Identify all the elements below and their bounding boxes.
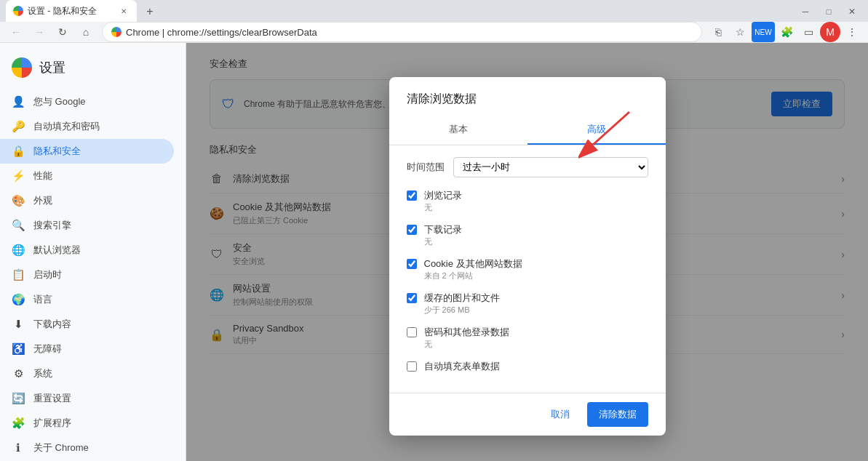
- tab-title: 设置 - 隐私和安全: [28, 5, 114, 17]
- address-bar[interactable]: Chrome | chrome://settings/clearBrowserD…: [102, 22, 702, 42]
- sidebar-label-performance: 性能: [33, 169, 52, 183]
- minimize-button[interactable]: ─: [795, 1, 816, 22]
- sidebar-item-extensions[interactable]: 🧩扩展程序: [0, 411, 174, 436]
- refresh-button[interactable]: ↻: [52, 22, 73, 42]
- dialog-title: 清除浏览数据: [389, 77, 666, 107]
- sidebar-icon-appearance: 🎨: [12, 194, 25, 207]
- checkbox-autofill[interactable]: [407, 361, 417, 372]
- dialog-tabs: 基本 高级: [389, 116, 666, 145]
- time-range-row: 时间范围 过去一小时 过去24小时 过去7天 过去4周 全部时间: [407, 157, 648, 177]
- sidebar-label-extensions: 扩展程序: [33, 417, 71, 430]
- cast-button[interactable]: ▭: [798, 22, 819, 42]
- bookmark-button[interactable]: ☆: [730, 22, 750, 42]
- sidebar-item-privacy[interactable]: 🔒隐私和安全: [0, 139, 174, 164]
- tab-advanced[interactable]: 高级: [527, 116, 666, 145]
- sidebar-item-autofill[interactable]: 🔑自动填充和密码: [0, 114, 174, 139]
- sidebar-label-appearance: 外观: [33, 194, 52, 207]
- sidebar-icon-language: 🌍: [12, 293, 25, 306]
- sidebar-item-reset[interactable]: 🔄重置设置: [0, 386, 174, 411]
- extension-new-button[interactable]: NEW: [752, 22, 775, 42]
- sidebar-item-system[interactable]: ⚙系统: [0, 361, 174, 386]
- sidebar-item-browser[interactable]: 🌐默认浏览器: [0, 238, 174, 262]
- active-tab[interactable]: 设置 - 隐私和安全 ✕: [6, 0, 137, 22]
- checkbox-item-cache: 缓存的图片和文件 少于 266 MB: [407, 292, 648, 316]
- back-button[interactable]: ←: [6, 22, 26, 42]
- sidebar-icon-about: ℹ: [12, 441, 25, 454]
- sidebar-label-autofill: 自动填充和密码: [33, 120, 100, 133]
- sidebar-label-privacy: 隐私和安全: [33, 145, 81, 158]
- sidebar-icon-download: ⬇: [12, 318, 25, 331]
- sidebar-icon-privacy: 🔒: [12, 145, 25, 158]
- checkbox-label-cache: 缓存的图片和文件 少于 266 MB: [424, 292, 500, 316]
- clear-data-button[interactable]: 清除数据: [587, 402, 648, 427]
- sidebar-icon-autofill: 🔑: [12, 120, 25, 133]
- tab-close-button[interactable]: ✕: [118, 5, 130, 17]
- checkbox-sub-passwords: 无: [424, 339, 509, 350]
- checkbox-sub-cookies: 来自 2 个网站: [424, 270, 522, 281]
- share-button[interactable]: ⎗: [708, 22, 728, 42]
- sidebar-icon-reset: 🔄: [12, 392, 25, 405]
- chrome-logo: [12, 57, 32, 78]
- cancel-button[interactable]: 取消: [539, 402, 581, 427]
- extensions-button[interactable]: 🧩: [776, 22, 797, 42]
- checkbox-history[interactable]: [407, 191, 417, 201]
- address-text: Chrome | chrome://settings/clearBrowserD…: [126, 27, 317, 38]
- sidebar-label-browser: 默认浏览器: [33, 244, 81, 257]
- sidebar-icon-search: 🔍: [12, 219, 25, 232]
- sidebar-item-search[interactable]: 🔍搜索引擎: [0, 213, 174, 238]
- sidebar-label-about: 关于 Chrome: [33, 441, 89, 454]
- checkbox-downloads[interactable]: [407, 225, 417, 235]
- maximize-button[interactable]: □: [819, 1, 839, 22]
- checkbox-sub-cache: 少于 266 MB: [424, 305, 500, 316]
- sidebar-label-search: 搜索引擎: [33, 219, 71, 232]
- sidebar-item-performance[interactable]: ⚡性能: [0, 164, 174, 188]
- sidebar-icon-startup: 📋: [12, 268, 25, 281]
- sidebar-label-download: 下载内容: [33, 318, 71, 331]
- sidebar-icon-performance: ⚡: [12, 169, 25, 183]
- time-range-select[interactable]: 过去一小时 过去24小时 过去7天 过去4周 全部时间: [453, 157, 648, 177]
- clear-data-dialog: 清除浏览数据 基本 高级 时间范围 过去一小时 过去24小时 过去7天 过: [389, 77, 666, 436]
- menu-button[interactable]: ⋮: [842, 22, 862, 42]
- address-favicon: [111, 27, 122, 37]
- tab-basic[interactable]: 基本: [389, 116, 527, 145]
- checkbox-item-cookies: Cookie 及其他网站数据 来自 2 个网站: [407, 257, 648, 281]
- profile-button[interactable]: M: [820, 22, 840, 42]
- checkbox-passwords[interactable]: [407, 327, 417, 337]
- dialog-body: 时间范围 过去一小时 过去24小时 过去7天 过去4周 全部时间 浏览记录 无: [389, 145, 666, 393]
- checkbox-cache[interactable]: [407, 293, 417, 303]
- sidebar-item-google[interactable]: 👤您与 Google: [0, 89, 174, 114]
- checkbox-label-passwords: 密码和其他登录数据 无: [424, 326, 509, 350]
- new-tab-button[interactable]: +: [140, 1, 160, 22]
- checkbox-cookies[interactable]: [407, 259, 417, 269]
- sidebar-title: 设置: [39, 59, 65, 76]
- checkbox-label-cookies: Cookie 及其他网站数据 来自 2 个网站: [424, 257, 522, 281]
- sidebar-icon-system: ⚙: [12, 367, 25, 380]
- forward-button[interactable]: →: [29, 22, 49, 42]
- content-area: 设置 👤您与 Google🔑自动填充和密码🔒隐私和安全⚡性能🎨外观🔍搜索引擎🌐默…: [0, 43, 868, 461]
- dialog-footer: 取消 清除数据: [389, 393, 666, 436]
- sidebar-item-about[interactable]: ℹ关于 Chrome: [0, 436, 174, 460]
- checkbox-item-downloads: 下载记录 无: [407, 223, 648, 247]
- sidebar-item-appearance[interactable]: 🎨外观: [0, 188, 174, 213]
- sidebar-label-system: 系统: [33, 367, 52, 380]
- dialog-checkboxes: 浏览记录 无 下载记录 无 Cookie 及其他网站数据 来自 2 个网站 缓存…: [407, 189, 648, 373]
- close-button[interactable]: ✕: [842, 1, 862, 22]
- sidebar-icon-extensions: 🧩: [12, 417, 25, 430]
- sidebar-item-accessibility[interactable]: ♿无障碍: [0, 337, 174, 361]
- time-range-label: 时间范围: [407, 161, 445, 174]
- home-button[interactable]: ⌂: [76, 22, 96, 42]
- sidebar-icon-google: 👤: [12, 95, 25, 108]
- sidebar-icon-browser: 🌐: [12, 244, 25, 257]
- checkbox-item-passwords: 密码和其他登录数据 无: [407, 326, 648, 350]
- checkbox-sub-history: 无: [424, 202, 462, 213]
- sidebar-item-language[interactable]: 🌍语言: [0, 287, 174, 312]
- sidebar-label-language: 语言: [33, 293, 52, 306]
- sidebar-item-startup[interactable]: 📋启动时: [0, 262, 174, 287]
- sidebar-icon-accessibility: ♿: [12, 342, 25, 356]
- checkbox-label-downloads: 下载记录 无: [424, 223, 462, 247]
- sidebar-label-startup: 启动时: [33, 268, 62, 281]
- main-panel: 安全检查 🛡 Chrome 有助于阻止恶意软件危害您、正在扩展程序或插件问题的影…: [186, 43, 868, 461]
- toolbar-right: ⎗ ☆ NEW 🧩 ▭ M ⋮: [708, 22, 862, 42]
- sidebar-item-download[interactable]: ⬇下载内容: [0, 312, 174, 337]
- checkbox-sub-downloads: 无: [424, 236, 462, 247]
